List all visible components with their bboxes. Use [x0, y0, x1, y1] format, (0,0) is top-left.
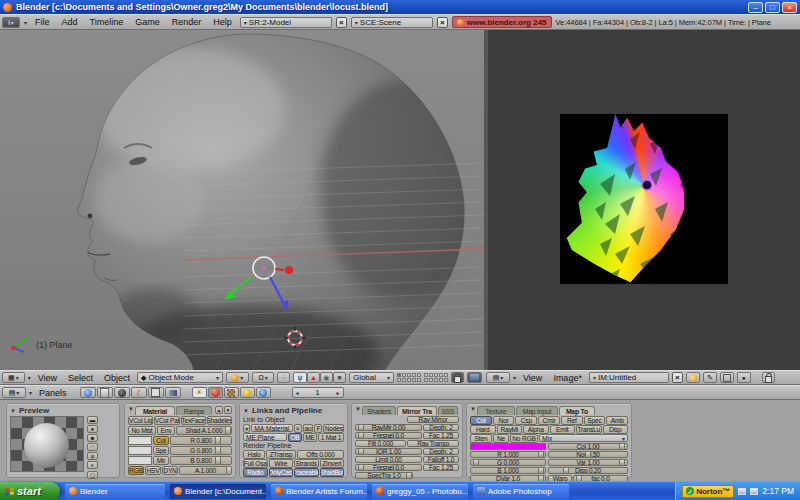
menu-file[interactable]: File [31, 17, 54, 27]
shadeless-toggle[interactable]: Shadeles [207, 416, 232, 425]
blue-slider[interactable]: B 0.800 [170, 456, 232, 465]
header-menu-collapse-icon[interactable]: ▾ [513, 374, 516, 381]
tab-ramps[interactable]: Ramps [176, 406, 212, 415]
map-ref-toggle[interactable]: Ref [561, 416, 583, 425]
header-collapse-icon[interactable]: ▾ [24, 19, 27, 26]
ior-slider[interactable]: IOR 1.00 [355, 448, 422, 455]
fake-user-button[interactable]: F [314, 424, 322, 433]
translate-manipulator-button[interactable]: ▲ [307, 372, 320, 383]
editing-context-button[interactable] [148, 387, 164, 398]
scene-context-button[interactable] [165, 387, 181, 398]
transform-orientation-dropdown[interactable]: Global ▾ [349, 372, 394, 383]
preview-cube-button[interactable]: ■ [87, 434, 98, 442]
col-amount-slider[interactable]: Col 1.00 [548, 443, 628, 450]
taskbar-task-blender[interactable]: Blender [65, 484, 165, 499]
blender-version-badge[interactable]: www.blender.org 245 [452, 16, 552, 28]
dyn-mode-button[interactable]: DYN [162, 466, 178, 475]
menu-render[interactable]: Render [168, 17, 206, 27]
screen-selector[interactable]: ▾ SR:2-Model [240, 17, 332, 28]
negative-toggle[interactable]: Ne [493, 434, 509, 443]
limit-field[interactable]: Limit 0.00 [355, 456, 422, 463]
object-context-button[interactable]: ζ [131, 387, 147, 398]
links-pipeline-panel[interactable]: ▼ Links and Pipeline Link to Object ▾ MA… [239, 403, 348, 478]
realtime-lock-button[interactable] [762, 372, 775, 383]
nor-amount-slider[interactable]: Nor 0.50 [548, 451, 628, 458]
menu-view[interactable]: View [34, 373, 61, 383]
unlink-material-button[interactable]: × [294, 424, 302, 433]
zoffset-field[interactable]: Offs 0.000 [297, 450, 344, 459]
editor-type-button[interactable]: ▤ ▾ [2, 387, 26, 398]
stencil-toggle[interactable]: Sten [470, 434, 492, 443]
layer-buttons-group-2[interactable] [424, 373, 448, 382]
radio-toggle[interactable]: Radio [243, 468, 268, 477]
editor-type-button[interactable]: ▤ ▾ [486, 372, 510, 383]
map-cmir-toggle[interactable]: Cmir [538, 416, 560, 425]
disp-amount-slider[interactable]: Disp 0.20 [548, 467, 628, 474]
clip-uv-button[interactable] [720, 372, 734, 383]
preview-hair-button[interactable]: ψ [87, 452, 98, 460]
mode-dropdown[interactable]: ◆ Object Mode ▾ [137, 372, 223, 383]
wire-toggle[interactable]: Wire [269, 459, 294, 468]
blend-mode-dropdown[interactable]: Mix ▾ [539, 434, 628, 442]
logic-context-button[interactable] [80, 387, 96, 398]
zinvert-toggle[interactable]: ZInvert [320, 459, 345, 468]
map-to-panel[interactable]: ▼ Texture Map Input Map To Col Nor Csp C… [466, 403, 632, 478]
context-number-field[interactable]: ◂ 1 ▸ [292, 387, 344, 398]
start-button[interactable]: start [0, 482, 60, 500]
material-panel[interactable]: ▼ Material Ramps ▴ ▾ VCol Lig VCol Pai T… [124, 403, 236, 478]
shading-context-button[interactable] [114, 387, 130, 398]
rotate-manipulator-button[interactable]: ◉ [320, 372, 333, 383]
preview-sphere-button[interactable]: ● [87, 425, 98, 433]
proportional-edit-button[interactable]: ⁘ [277, 372, 290, 383]
preview-flat-button[interactable]: ▬ [87, 416, 98, 424]
shadow-alpha-slider[interactable]: Shad A 1.000 [176, 426, 232, 435]
tab-map-input[interactable]: Map Input [516, 406, 558, 415]
uv-image-editor[interactable] [486, 30, 800, 370]
menu-help[interactable]: Help [209, 17, 236, 27]
tex-b-slider[interactable]: B 1.000 [470, 467, 546, 474]
falloff-field[interactable]: Falloff 1.0 [423, 456, 459, 463]
map-translu-toggle[interactable]: TransLu [576, 425, 602, 434]
preview-sky-button[interactable]: ◐ [87, 461, 98, 469]
spe-channel-button[interactable]: Spe [153, 446, 169, 455]
pivot-point-button[interactable]: Ω ▾ [252, 372, 275, 383]
mirror-transp-panel[interactable]: ▼ Shaders Mirror Tra SSS Ray Mirror RayM… [351, 403, 463, 478]
ray-mirror-toggle[interactable]: Ray Mirror [407, 416, 459, 423]
scene-selector[interactable]: ▾ SCE:Scene [351, 17, 433, 28]
map-spec-toggle[interactable]: Spec [584, 416, 606, 425]
script-context-button[interactable] [97, 387, 113, 398]
taskbar-task-photobucket[interactable]: greggy_05 - Photobu... [372, 484, 468, 499]
mir-channel-button[interactable]: Mir [153, 456, 169, 465]
scale-manipulator-button[interactable]: ■ [333, 372, 346, 383]
tab-texture[interactable]: Texture [477, 406, 515, 415]
rgb-mode-button[interactable]: RGB [128, 466, 144, 475]
alpha-slider[interactable]: A 1.000 [179, 466, 232, 475]
transp-fac-field[interactable]: Fac 1.25 [423, 464, 459, 471]
header-menu-collapse-icon[interactable]: ▾ [29, 389, 32, 396]
display-tray-icon[interactable] [750, 488, 758, 495]
preview-zoom-button[interactable]: ▢ [87, 471, 98, 479]
taskbar-task-photoshop[interactable]: Adobe Photoshop [473, 484, 569, 499]
onlycast-toggle[interactable]: OnlyCast [269, 468, 294, 477]
menu-image[interactable]: Image* [549, 373, 586, 383]
map-alpha-toggle[interactable]: Alpha [523, 425, 549, 434]
ob-toggle[interactable]: OB [288, 433, 302, 442]
green-slider[interactable]: G 0.800 [170, 446, 232, 455]
tab-map-to[interactable]: Map To [559, 406, 595, 415]
ztransp-toggle[interactable]: ZTransp [266, 450, 296, 459]
close-button[interactable]: × [782, 2, 797, 13]
nodes-toggle[interactable]: Nodes [323, 424, 344, 433]
material-slot-count[interactable]: 1 Mat 1 [318, 433, 344, 442]
material-paste-button[interactable]: ▾ [224, 406, 232, 414]
screen-delete-button[interactable]: × [336, 17, 347, 28]
pen-tool-button[interactable]: ✎ [703, 372, 717, 383]
volume-tray-icon[interactable] [738, 488, 746, 495]
world-buttons-button[interactable] [256, 387, 271, 398]
layer-buttons-group-1[interactable] [397, 373, 421, 382]
no-mist-toggle[interactable]: No Mist [128, 426, 156, 435]
tab-shaders[interactable]: Shaders [362, 406, 396, 415]
texture-buttons-button[interactable] [224, 387, 239, 398]
tab-mirror-transp[interactable]: Mirror Tra [397, 406, 437, 415]
tab-material[interactable]: Material [135, 406, 175, 415]
preview-panel[interactable]: ▼ Preview ▬ ● ■ ◠ ψ ◐ ▢ [6, 403, 120, 478]
